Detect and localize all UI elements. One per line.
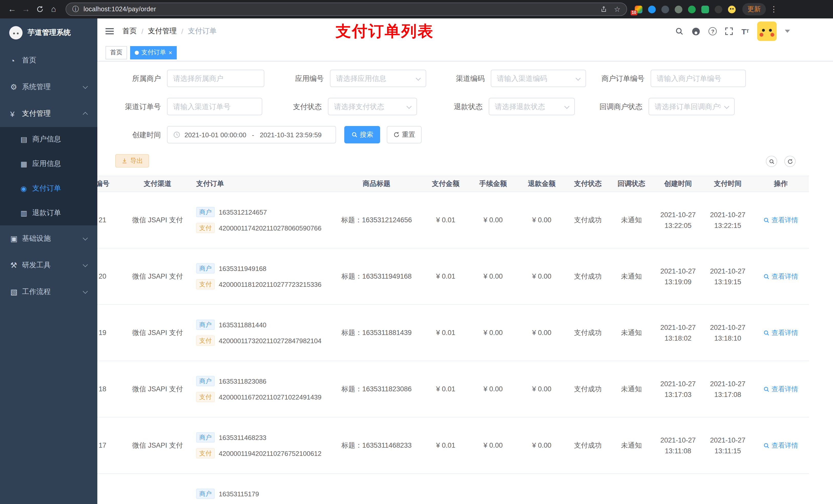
github-icon[interactable] bbox=[692, 27, 700, 35]
order-id: 20 bbox=[97, 271, 123, 282]
browser-forward-icon[interactable]: → bbox=[19, 2, 33, 16]
user-avatar[interactable] bbox=[757, 22, 777, 41]
pay-tag: 支付 bbox=[196, 448, 215, 458]
sidebar-item-label: 商户信息 bbox=[32, 135, 61, 144]
pay-date: 2021-10-27 bbox=[710, 209, 745, 220]
tab-home[interactable]: 首页 bbox=[105, 46, 127, 59]
merchant-order-no: 1635311949168 bbox=[219, 263, 266, 274]
merchant-order-no-input[interactable] bbox=[657, 74, 740, 82]
breadcrumb-separator: / bbox=[141, 27, 143, 35]
avatar-dropdown-caret-icon[interactable] bbox=[785, 30, 790, 33]
view-detail-link[interactable]: 查看详情 bbox=[763, 271, 798, 282]
pay-time-cell: 2021-10-27 13:22:15 bbox=[703, 209, 753, 231]
site-info-icon[interactable]: ⓘ bbox=[72, 5, 79, 14]
extension-icon[interactable] bbox=[728, 5, 736, 13]
view-detail-link[interactable]: 查看详情 bbox=[763, 327, 798, 338]
breadcrumb: 首页 / 支付管理 / 支付订单 bbox=[122, 27, 217, 36]
refund-status-input[interactable] bbox=[495, 102, 561, 111]
browser-refresh-icon[interactable] bbox=[33, 2, 47, 16]
date-end[interactable]: 2021-10-31 23:59:59 bbox=[260, 131, 322, 139]
browser-update-button[interactable]: 更新 bbox=[742, 3, 766, 15]
pay-status-select[interactable] bbox=[328, 98, 417, 115]
search-button[interactable]: 搜索 bbox=[344, 126, 380, 143]
tab-close-icon[interactable]: × bbox=[169, 49, 172, 55]
merchant-select-input[interactable] bbox=[173, 74, 258, 82]
export-button[interactable]: 导出 bbox=[115, 154, 149, 167]
toggle-search-button[interactable] bbox=[766, 156, 777, 167]
merchant-tag: 商户 bbox=[196, 376, 215, 386]
sidebar-item-infrastructure[interactable]: ▣ 基础设施 bbox=[0, 225, 97, 252]
help-icon[interactable]: ? bbox=[709, 27, 717, 35]
breadcrumb-home[interactable]: 首页 bbox=[122, 27, 137, 36]
chevron-down-icon bbox=[576, 75, 581, 81]
font-size-icon[interactable]: TT bbox=[742, 27, 749, 35]
sidebar-item-pay-order[interactable]: ◉ 支付订单 bbox=[0, 176, 97, 201]
tab-pay-order[interactable]: 支付订单 × bbox=[130, 46, 177, 59]
refund-amount: ¥ 0.00 bbox=[518, 384, 566, 394]
channel-code-input[interactable] bbox=[497, 74, 572, 82]
view-detail-link[interactable]: 查看详情 bbox=[763, 440, 798, 451]
breadcrumb-payment[interactable]: 支付管理 bbox=[148, 27, 177, 36]
channel-order-no-input[interactable] bbox=[173, 102, 256, 111]
pay-amount: ¥ 0.01 bbox=[423, 384, 469, 394]
extension-icon[interactable] bbox=[688, 5, 696, 13]
chevron-down-icon bbox=[83, 235, 88, 240]
browser-menu-icon[interactable]: ⋮ bbox=[770, 5, 778, 14]
merchant-tag: 商户 bbox=[196, 489, 215, 499]
sidebar-item-refund-order[interactable]: ▥ 退款订单 bbox=[0, 201, 97, 225]
sidebar-toggle-icon[interactable] bbox=[104, 26, 115, 37]
sidebar-item-system[interactable]: ⚙ 系统管理 bbox=[0, 74, 97, 100]
extension-icon[interactable] bbox=[675, 5, 682, 13]
sidebar-item-dev-tools[interactable]: ⚒ 研发工具 bbox=[0, 252, 97, 279]
date-start[interactable]: 2021-10-01 00:00:00 bbox=[185, 131, 246, 139]
view-detail-link[interactable]: 查看详情 bbox=[763, 215, 798, 225]
order-id: 21 bbox=[97, 215, 123, 225]
create-date: 2021-10-27 bbox=[660, 209, 696, 220]
merchant-select[interactable] bbox=[167, 70, 264, 87]
search-icon[interactable] bbox=[675, 27, 684, 35]
sidebar-item-payment[interactable]: ¥ 支付管理 bbox=[0, 100, 97, 127]
view-detail-link[interactable]: 查看详情 bbox=[763, 384, 798, 394]
notify-status-input[interactable] bbox=[655, 102, 721, 111]
create-time-cell: 2021-10-27 13:17:03 bbox=[653, 378, 703, 400]
browser-back-icon[interactable]: ← bbox=[5, 2, 19, 16]
pay-status-input[interactable] bbox=[334, 102, 403, 111]
app-select[interactable] bbox=[330, 70, 426, 87]
sidebar-item-app-info[interactable]: ▦ 应用信息 bbox=[0, 152, 97, 176]
refund-status-select[interactable] bbox=[489, 98, 575, 115]
bookmark-star-icon[interactable]: ☆ bbox=[614, 5, 620, 13]
workflow-icon: ▧ bbox=[10, 287, 22, 296]
pay-time-cell: 2021-10-27 13:17:08 bbox=[703, 378, 753, 400]
date-range-picker[interactable]: 2021-10-01 00:00:00 - 2021-10-31 23:59:5… bbox=[167, 126, 336, 143]
sidebar-logo[interactable]: 芋道管理系统 bbox=[0, 19, 97, 47]
sidebar-item-merchant-info[interactable]: ▤ 商户信息 bbox=[0, 127, 97, 152]
extension-icon[interactable] bbox=[648, 5, 656, 13]
browser-home-icon[interactable]: ⌂ bbox=[47, 2, 61, 16]
app-title: 芋道管理系统 bbox=[28, 28, 71, 38]
merchant-order-no-field[interactable] bbox=[651, 70, 746, 87]
fullscreen-icon[interactable] bbox=[725, 27, 733, 35]
channel-code-select[interactable] bbox=[491, 70, 586, 87]
sidebar-item-workflow[interactable]: ▧ 工作流程 bbox=[0, 279, 97, 305]
sidebar-item-home[interactable]: ◔ 首页 bbox=[0, 47, 97, 74]
extension-icon[interactable]: 10 bbox=[635, 5, 642, 13]
fee-amount: ¥ 0.00 bbox=[469, 215, 518, 225]
app-select-input[interactable] bbox=[336, 74, 412, 82]
channel-order-no-field[interactable] bbox=[167, 98, 262, 115]
reset-button[interactable]: 重置 bbox=[387, 126, 422, 143]
app-frame: 芋道管理系统 ◔ 首页 ⚙ 系统管理 ¥ 支付管理 ▤ 商户信息 bbox=[0, 19, 833, 504]
pay-status: 支付成功 bbox=[566, 271, 610, 282]
share-icon[interactable] bbox=[601, 6, 607, 13]
col-header-pay-amount: 支付金额 bbox=[423, 176, 469, 192]
notify-status-select[interactable] bbox=[648, 98, 735, 115]
refresh-table-button[interactable] bbox=[784, 156, 795, 167]
table-toolbar: 导出 bbox=[97, 154, 833, 170]
browser-extensions: 10 bbox=[635, 5, 736, 13]
extension-icon[interactable] bbox=[715, 5, 722, 13]
extension-icon[interactable] bbox=[661, 5, 669, 13]
dev-tools-icon: ⚒ bbox=[10, 261, 22, 270]
address-bar[interactable]: ⓘ localhost:1024/pay/order ☆ bbox=[66, 3, 627, 16]
pay-order-cell: 商户 1635312124657 支付 42000011742021102780… bbox=[192, 207, 330, 234]
extension-icon[interactable] bbox=[701, 5, 709, 13]
chevron-down-icon bbox=[406, 104, 412, 109]
